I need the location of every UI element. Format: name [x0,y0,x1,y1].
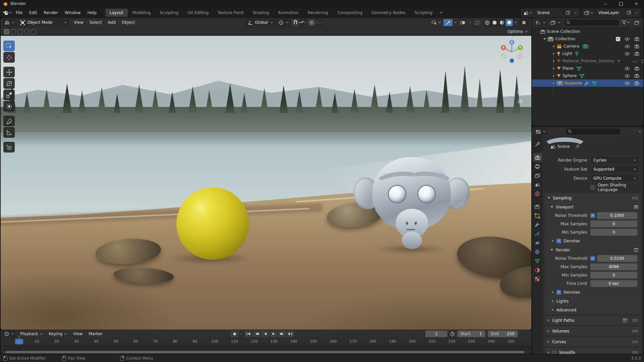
checkbox-viewport-noise-threshold[interactable]: ✓ [590,213,595,218]
checkbox-simplify[interactable] [552,350,557,354]
tool-transform-button[interactable] [3,101,15,112]
dropdown-render-engine[interactable]: Cycles [590,156,639,164]
properties-tab-particles[interactable] [532,229,542,238]
hide-eye-icon[interactable] [623,52,632,56]
preset-icon[interactable] [634,205,638,209]
outliner-item-collection[interactable]: Collection✓ [532,35,643,43]
timeline-menu-marker[interactable]: Marker [86,331,105,337]
snap-settings-dropdown[interactable] [299,19,307,26]
shading-wireframe-button[interactable] [483,19,491,26]
outliner-editor-type-button[interactable] [534,19,547,26]
properties-tab-viewlayer[interactable] [532,171,542,180]
properties-tab-constraints[interactable] [532,247,542,256]
tab-uv-editing[interactable]: UV Editing [183,9,213,17]
dropdown-feature-set[interactable]: Supported [590,165,639,173]
value-field-viewport-min-samples[interactable]: 0 [590,229,637,236]
expander-icon[interactable] [551,67,556,70]
scene-name-field[interactable]: Scene [534,10,564,15]
drag-grip[interactable] [632,319,638,322]
tab-layout[interactable]: Layout [105,9,128,17]
jump-to-start-button[interactable] [245,330,252,337]
properties-tab-render[interactable] [533,153,542,162]
subpanel-lights[interactable]: Lights [544,297,641,305]
viewport-menu-object[interactable]: Object [119,19,138,25]
hide-eye-icon[interactable] [623,37,632,41]
minimize-button[interactable]: — [598,0,613,7]
checkbox-render-noise-threshold[interactable]: ✓ [590,256,595,261]
tab-rendering[interactable]: Rendering [303,9,332,17]
tab-scripting[interactable]: Scripting [410,9,437,17]
auto-keying-dropdown[interactable] [239,333,243,335]
tab-sculpting[interactable]: Sculpting [155,9,183,17]
menu-render[interactable]: Render [40,9,61,16]
timeline-menu-keying[interactable]: Keying [46,331,70,337]
new-scene-button[interactable] [564,9,572,16]
auto-keyframe-icon[interactable] [450,331,455,337]
expander-icon[interactable] [551,82,556,85]
expander-icon[interactable] [551,74,556,77]
blender-menu-icon[interactable] [3,10,12,15]
3d-viewport-canvas[interactable]: X Y Z [1,36,531,329]
expander-icon[interactable] [552,291,554,294]
expander-icon[interactable] [551,52,556,55]
hide-eye-icon[interactable] [623,81,632,85]
play-button[interactable] [270,330,277,337]
preset-icon[interactable] [634,248,638,252]
properties-tab-world[interactable] [532,189,542,198]
render-visibility-icon[interactable] [632,37,641,41]
properties-tab-material[interactable] [532,265,542,275]
timeline-scrollbar[interactable] [5,351,525,353]
outliner-search-input[interactable] [564,19,620,26]
remove-viewlayer-button[interactable]: × [633,9,640,16]
frame-end-field[interactable]: End250 [488,330,518,337]
proportional-editing-toggle[interactable] [308,19,315,26]
new-viewlayer-button[interactable] [625,9,633,16]
new-collection-button[interactable] [632,19,641,26]
tab-animation[interactable]: Animation [274,9,303,17]
show-gizmo-toggle[interactable] [443,19,452,26]
expander-icon[interactable] [551,60,556,63]
close-button[interactable]: ✕ [629,0,644,7]
falloff-dropdown[interactable] [315,19,323,26]
properties-tab-output[interactable] [532,162,542,171]
xray-toggle[interactable] [473,19,482,26]
subpanel-advanced[interactable]: Advanced [544,305,641,314]
panel-header-curves[interactable]: Curves [544,337,641,346]
scene-suzanne-monkey[interactable] [353,157,470,252]
render-visibility-icon[interactable] [632,74,641,78]
drag-grip[interactable] [632,341,638,343]
transform-orientation-dropdown[interactable]: Global [246,19,275,26]
value-field-render-noise-threshold[interactable]: 0.0100 [597,255,637,262]
render-subpanel-header[interactable]: Render [544,245,641,254]
tab-modeling[interactable]: Modeling [128,9,155,17]
panel-header-simplify[interactable]: Simplify [544,348,641,354]
select-mode-intersect[interactable] [31,29,36,34]
outliner-filter-dropdown[interactable] [621,19,631,26]
properties-options-dropdown[interactable] [638,130,641,132]
viewport-menu-view[interactable]: View [71,19,86,25]
expander-icon[interactable] [552,239,554,242]
editor-type-button[interactable] [3,19,16,26]
pin-icon[interactable] [575,144,580,149]
tool-scale-button[interactable] [3,89,15,100]
select-mode-new[interactable] [4,29,9,34]
next-keyframe-button[interactable] [278,330,286,337]
timeline-track[interactable]: › [1,345,531,351]
shading-material-button[interactable] [498,19,505,26]
tab-shading[interactable]: Shading [248,9,273,17]
object-visibility-dropdown[interactable] [430,19,442,26]
render-visibility-icon[interactable] [632,66,641,70]
tool-add-cube-button[interactable] [3,142,15,153]
outliner-item-scene-collection[interactable]: Scene Collection [532,28,643,35]
menu-help[interactable]: Help [84,9,100,16]
value-field-render-time-limit[interactable]: 0 sec [590,280,637,287]
tab-compositing[interactable]: Compositing [333,9,367,17]
properties-tab-tool[interactable] [532,140,542,149]
outliner-item-sphere[interactable]: Sphere [532,72,643,79]
drag-grip[interactable] [632,197,638,199]
viewport-menu-add[interactable]: Add [105,19,119,25]
viewport-denoise-checkbox[interactable]: ✓ [556,239,561,243]
select-mode-extend[interactable] [11,29,16,34]
value-field-viewport-noise-threshold[interactable]: 0.1000 [597,212,637,219]
properties-tab-object[interactable] [532,211,542,220]
